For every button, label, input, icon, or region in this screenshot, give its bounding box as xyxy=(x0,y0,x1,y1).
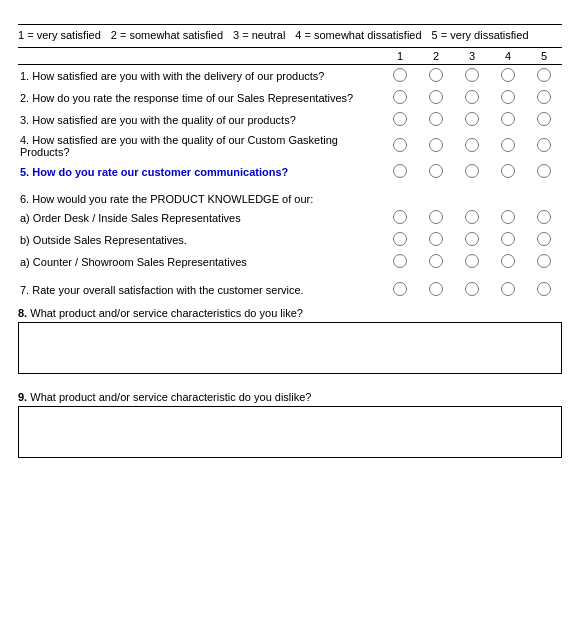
radio-cell-q4-5[interactable] xyxy=(526,131,562,161)
radio-cell-q2-1[interactable] xyxy=(382,87,418,109)
radio-q7-5[interactable] xyxy=(537,282,551,296)
radio-q4-5[interactable] xyxy=(537,138,551,152)
radio-q2-1[interactable] xyxy=(393,90,407,104)
radio-cell-q5-2[interactable] xyxy=(418,161,454,183)
radio-q5-4[interactable] xyxy=(501,164,515,178)
radio-cell-q6c-3[interactable] xyxy=(454,251,490,273)
sub-question-text: a) Order Desk / Inside Sales Representat… xyxy=(18,207,382,229)
radio-cell-q7-2[interactable] xyxy=(418,279,454,301)
radio-q2-5[interactable] xyxy=(537,90,551,104)
radio-cell-q1-1[interactable] xyxy=(382,65,418,88)
radio-cell-q5-1[interactable] xyxy=(382,161,418,183)
q8-textarea[interactable] xyxy=(18,322,562,374)
radio-cell-q6a-2[interactable] xyxy=(418,207,454,229)
q9-textarea[interactable] xyxy=(18,406,562,458)
radio-q2-2[interactable] xyxy=(429,90,443,104)
radio-q3-5[interactable] xyxy=(537,112,551,126)
radio-cell-q6a-4[interactable] xyxy=(490,207,526,229)
radio-q2-4[interactable] xyxy=(501,90,515,104)
radio-q3-3[interactable] xyxy=(465,112,479,126)
radio-q4-3[interactable] xyxy=(465,138,479,152)
col-1: 1 xyxy=(382,48,418,65)
radio-q6c-2[interactable] xyxy=(429,254,443,268)
radio-q5-1[interactable] xyxy=(393,164,407,178)
radio-cell-q7-3[interactable] xyxy=(454,279,490,301)
radio-cell-q6a-5[interactable] xyxy=(526,207,562,229)
radio-cell-q3-3[interactable] xyxy=(454,109,490,131)
radio-cell-q7-4[interactable] xyxy=(490,279,526,301)
radio-cell-q1-3[interactable] xyxy=(454,65,490,88)
radio-q6b-1[interactable] xyxy=(393,232,407,246)
radio-q1-4[interactable] xyxy=(501,68,515,82)
radio-q7-3[interactable] xyxy=(465,282,479,296)
radio-q6a-3[interactable] xyxy=(465,210,479,224)
radio-q6b-5[interactable] xyxy=(537,232,551,246)
radio-q5-2[interactable] xyxy=(429,164,443,178)
radio-cell-q6c-2[interactable] xyxy=(418,251,454,273)
radio-cell-q6b-1[interactable] xyxy=(382,229,418,251)
radio-q6b-4[interactable] xyxy=(501,232,515,246)
radio-cell-q5-5[interactable] xyxy=(526,161,562,183)
radio-q6a-5[interactable] xyxy=(537,210,551,224)
radio-cell-q6c-5[interactable] xyxy=(526,251,562,273)
radio-q3-4[interactable] xyxy=(501,112,515,126)
radio-q3-1[interactable] xyxy=(393,112,407,126)
radio-cell-q4-3[interactable] xyxy=(454,131,490,161)
radio-cell-q3-4[interactable] xyxy=(490,109,526,131)
radio-cell-q1-2[interactable] xyxy=(418,65,454,88)
radio-q1-5[interactable] xyxy=(537,68,551,82)
radio-cell-q3-1[interactable] xyxy=(382,109,418,131)
radio-cell-q7-5[interactable] xyxy=(526,279,562,301)
radio-q4-2[interactable] xyxy=(429,138,443,152)
scale-1: 1 = very satisfied xyxy=(18,29,101,41)
radio-cell-q6b-5[interactable] xyxy=(526,229,562,251)
radio-cell-q2-5[interactable] xyxy=(526,87,562,109)
radio-q1-3[interactable] xyxy=(465,68,479,82)
radio-q7-1[interactable] xyxy=(393,282,407,296)
radio-q4-1[interactable] xyxy=(393,138,407,152)
radio-cell-q4-1[interactable] xyxy=(382,131,418,161)
col-2: 2 xyxy=(418,48,454,65)
radio-q6a-1[interactable] xyxy=(393,210,407,224)
radio-q6c-1[interactable] xyxy=(393,254,407,268)
radio-q6b-3[interactable] xyxy=(465,232,479,246)
radio-cell-q6c-1[interactable] xyxy=(382,251,418,273)
radio-cell-q7-1[interactable] xyxy=(382,279,418,301)
radio-cell-q5-3[interactable] xyxy=(454,161,490,183)
q7-table: 7. Rate your overall satisfaction with t… xyxy=(18,279,562,301)
radio-cell-q6a-3[interactable] xyxy=(454,207,490,229)
col-4: 4 xyxy=(490,48,526,65)
radio-q6a-4[interactable] xyxy=(501,210,515,224)
radio-cell-q6c-4[interactable] xyxy=(490,251,526,273)
radio-cell-q3-2[interactable] xyxy=(418,109,454,131)
radio-q6a-2[interactable] xyxy=(429,210,443,224)
radio-cell-q2-4[interactable] xyxy=(490,87,526,109)
radio-q6c-3[interactable] xyxy=(465,254,479,268)
radio-q7-2[interactable] xyxy=(429,282,443,296)
radio-cell-q1-5[interactable] xyxy=(526,65,562,88)
radio-cell-q6a-1[interactable] xyxy=(382,207,418,229)
radio-q5-5[interactable] xyxy=(537,164,551,178)
question-text: 2. How do you rate the response time of … xyxy=(18,87,382,109)
radio-cell-q1-4[interactable] xyxy=(490,65,526,88)
radio-cell-q6b-2[interactable] xyxy=(418,229,454,251)
radio-q3-2[interactable] xyxy=(429,112,443,126)
table-row: 7. Rate your overall satisfaction with t… xyxy=(18,279,562,301)
radio-q7-4[interactable] xyxy=(501,282,515,296)
radio-q2-3[interactable] xyxy=(465,90,479,104)
radio-cell-q3-5[interactable] xyxy=(526,109,562,131)
radio-q1-2[interactable] xyxy=(429,68,443,82)
radio-cell-q4-4[interactable] xyxy=(490,131,526,161)
radio-q5-3[interactable] xyxy=(465,164,479,178)
radio-q6c-5[interactable] xyxy=(537,254,551,268)
radio-cell-q4-2[interactable] xyxy=(418,131,454,161)
radio-q4-4[interactable] xyxy=(501,138,515,152)
radio-q1-1[interactable] xyxy=(393,68,407,82)
radio-q6c-4[interactable] xyxy=(501,254,515,268)
radio-cell-q6b-4[interactable] xyxy=(490,229,526,251)
radio-cell-q2-3[interactable] xyxy=(454,87,490,109)
radio-cell-q5-4[interactable] xyxy=(490,161,526,183)
radio-q6b-2[interactable] xyxy=(429,232,443,246)
radio-cell-q2-2[interactable] xyxy=(418,87,454,109)
radio-cell-q6b-3[interactable] xyxy=(454,229,490,251)
